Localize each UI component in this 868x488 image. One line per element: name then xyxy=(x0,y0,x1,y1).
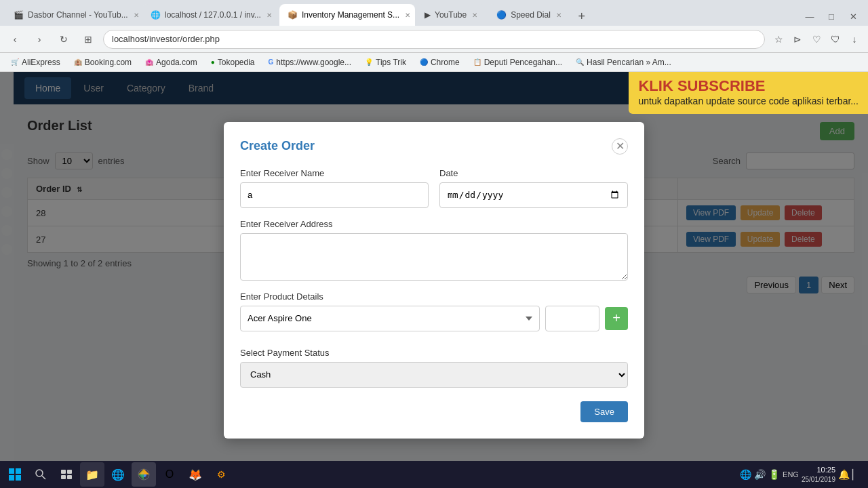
tab-4-close[interactable]: ✕ xyxy=(471,10,479,20)
network-icon[interactable]: 🌐 xyxy=(740,469,751,480)
tab-2-favicon: 🌐 xyxy=(151,10,161,20)
shield-icon[interactable]: 🛡 xyxy=(827,31,844,47)
windows-logo-icon xyxy=(8,468,22,481)
svg-rect-2 xyxy=(9,475,14,481)
bookmark-aliexpress[interactable]: 🛒 AliExpress xyxy=(5,56,66,68)
tab-2-close[interactable]: ✕ xyxy=(265,10,273,20)
window-controls: — □ ✕ xyxy=(800,7,863,26)
start-button[interactable] xyxy=(3,462,27,487)
tipstrik-icon: 💡 xyxy=(365,58,373,66)
volume-icon[interactable]: 🔊 xyxy=(754,469,766,480)
bookmark-tipstrik[interactable]: 💡 Tips Trik xyxy=(359,56,412,68)
taskbar-clock[interactable]: 10:25 25/01/2019 xyxy=(802,465,835,483)
task-view-button[interactable] xyxy=(54,462,79,487)
receiver-name-input[interactable] xyxy=(240,182,429,208)
heart-icon[interactable]: ♡ xyxy=(808,31,825,47)
payment-group: Select Payment Status Cash Credit Card T… xyxy=(240,348,628,388)
taskbar-app6[interactable]: ⚙ xyxy=(209,462,233,487)
browser-toolbar: ‹ › ↻ ⊞ localhost/investor/order.php ☆ ⊳… xyxy=(0,26,868,53)
taskbar-edge[interactable]: 🌐 xyxy=(106,462,130,487)
svg-rect-0 xyxy=(9,468,14,474)
create-order-modal: Create Order ✕ Enter Receiver Name Date xyxy=(224,122,644,439)
tab-3[interactable]: 📦 Inventory Management S... ✕ xyxy=(279,4,415,26)
svg-point-4 xyxy=(36,470,43,476)
submit-button[interactable]: Save xyxy=(580,401,628,422)
tab-3-favicon: 📦 xyxy=(288,10,298,20)
hasil-label: Hasil Pencarian » Am... xyxy=(587,58,671,67)
tab-5[interactable]: 🔵 Speed Dial ✕ xyxy=(488,4,571,26)
address-bar[interactable]: localhost/investor/order.php xyxy=(103,30,765,49)
chrome-label: Chrome xyxy=(431,58,460,67)
receiver-date-row: Enter Receiver Name Date xyxy=(240,168,628,208)
taskbar-opera[interactable]: O xyxy=(157,462,182,487)
clock-time: 10:25 xyxy=(802,465,835,474)
show-desktop-icon[interactable]: ▏ xyxy=(852,469,860,480)
svg-rect-3 xyxy=(16,475,21,481)
download-icon[interactable]: ↓ xyxy=(846,31,863,47)
bookmark-tokopedia[interactable]: ● Tokopedia xyxy=(205,56,260,68)
opera-icon: O xyxy=(165,468,174,481)
forward-button[interactable]: › xyxy=(30,30,49,49)
tab-1[interactable]: 🎬 Dasbor Channel - YouTub... ✕ xyxy=(5,4,141,26)
bookmark-deputi[interactable]: 📋 Deputi Pencegahan... xyxy=(468,56,568,68)
address-text: localhost/investor/order.php xyxy=(112,34,220,44)
new-tab-button[interactable]: + xyxy=(572,7,591,26)
notifications-icon[interactable]: 🔔 xyxy=(838,469,850,480)
hasil-icon: 🔍 xyxy=(576,58,584,66)
date-label: Date xyxy=(439,168,628,178)
bookmark-agoda[interactable]: 🏩 Agoda.com xyxy=(140,56,203,68)
bookmark-hasil[interactable]: 🔍 Hasil Pencarian » Am... xyxy=(570,56,677,68)
home-button[interactable]: ⊞ xyxy=(79,30,98,49)
tab-1-label: Dasbor Channel - YouTub... xyxy=(28,10,128,20)
cast-icon[interactable]: ⊳ xyxy=(789,31,806,47)
date-input[interactable] xyxy=(439,182,628,208)
receiver-name-group: Enter Receiver Name xyxy=(240,168,429,208)
bookmark-google[interactable]: G https://www.google... xyxy=(263,56,357,68)
google-label: https://www.google... xyxy=(276,58,351,67)
bookmark-icon[interactable]: ☆ xyxy=(770,31,787,47)
agoda-icon: 🏩 xyxy=(145,58,153,66)
deputi-icon: 📋 xyxy=(473,58,481,66)
product-select[interactable]: Acer Aspire One Lenovo ThinkPad HP Pavil… xyxy=(240,306,540,331)
app6-icon: ⚙ xyxy=(217,469,226,480)
submit-row: Save xyxy=(240,401,628,422)
svg-rect-8 xyxy=(61,475,66,479)
taskbar-lang: ENG xyxy=(783,470,799,479)
svg-line-5 xyxy=(42,476,45,479)
tab-1-favicon: 🎬 xyxy=(14,10,24,20)
taskbar-chrome[interactable] xyxy=(132,462,156,487)
taskbar-firefox[interactable]: 🦊 xyxy=(183,462,208,487)
minimize-button[interactable]: — xyxy=(800,7,819,26)
date-group: Date xyxy=(439,168,628,208)
browser-frame: 🎬 Dasbor Channel - YouTub... ✕ 🌐 localho… xyxy=(0,0,868,488)
address-textarea[interactable] xyxy=(240,233,628,281)
tab-2[interactable]: 🌐 localhost / 127.0.0.1 / inv... ✕ xyxy=(142,4,278,26)
back-button[interactable]: ‹ xyxy=(5,30,24,49)
bookmark-chrome[interactable]: 🔵 Chrome xyxy=(414,56,465,68)
tipstrik-label: Tips Trik xyxy=(376,58,406,67)
quantity-input[interactable] xyxy=(545,306,599,331)
booking-icon: 🏨 xyxy=(74,58,82,66)
tab-3-close[interactable]: ✕ xyxy=(403,10,412,20)
close-button[interactable]: ✕ xyxy=(844,7,863,26)
tab-1-close[interactable]: ✕ xyxy=(132,10,140,20)
modal-close-button[interactable]: ✕ xyxy=(612,138,628,155)
add-product-button[interactable]: + xyxy=(605,307,628,330)
receiver-name-label: Enter Receiver Name xyxy=(240,168,429,178)
reload-button[interactable]: ↻ xyxy=(54,30,73,49)
maximize-button[interactable]: □ xyxy=(822,7,841,26)
tab-4[interactable]: ▶ YouTube ✕ xyxy=(416,4,487,26)
taskbar-file-manager[interactable]: 📁 xyxy=(80,462,104,487)
tab-5-close[interactable]: ✕ xyxy=(555,10,563,20)
search-taskbar-button[interactable] xyxy=(28,462,53,487)
svg-rect-1 xyxy=(16,468,21,474)
tab-2-label: localhost / 127.0.0.1 / inv... xyxy=(165,10,261,20)
modal-header: Create Order ✕ xyxy=(240,138,628,155)
battery-icon[interactable]: 🔋 xyxy=(768,469,780,480)
edge-icon: 🌐 xyxy=(111,468,125,481)
payment-select[interactable]: Cash Credit Card Transfer xyxy=(240,362,628,388)
product-row: Acer Aspire One Lenovo ThinkPad HP Pavil… xyxy=(240,306,628,331)
tab-5-label: Speed Dial xyxy=(511,10,551,20)
tab-4-favicon: ▶ xyxy=(425,10,431,20)
bookmark-booking[interactable]: 🏨 Booking.com xyxy=(68,56,137,68)
